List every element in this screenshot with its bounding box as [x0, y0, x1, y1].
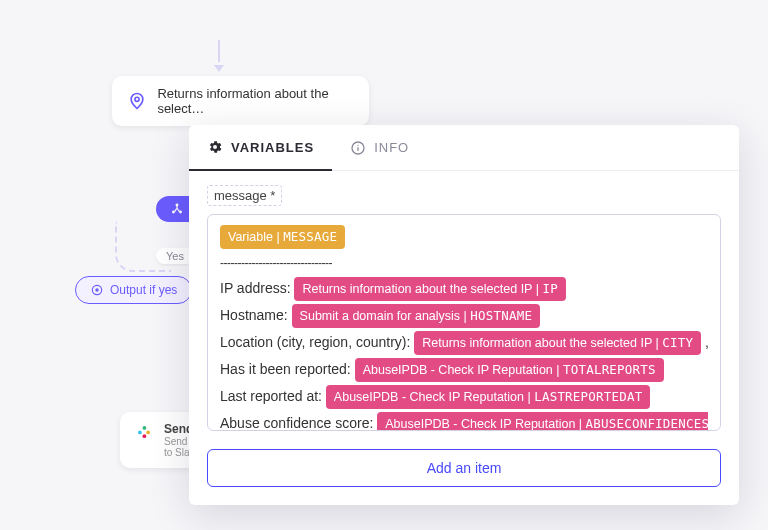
row-label: IP address: — [220, 280, 294, 296]
gear-icon — [207, 139, 223, 155]
chip-hostname[interactable]: Submit a domain for analysis | HOSTNAME — [292, 304, 541, 328]
tab-info[interactable]: INFO — [332, 125, 427, 170]
row-label: Abuse confidence score: — [220, 415, 377, 431]
svg-point-0 — [135, 97, 139, 101]
svg-point-1 — [176, 203, 179, 206]
branch-icon — [170, 202, 184, 216]
field-label-message: message * — [207, 185, 282, 206]
row-label: Hostname: — [220, 307, 292, 323]
row-label: Location (city, region, country): — [220, 334, 414, 350]
flow-connector-arrow — [218, 40, 220, 72]
message-editor[interactable]: Variable | MESSAGE ---------------------… — [207, 214, 721, 431]
slack-icon — [134, 422, 154, 442]
config-panel: VARIABLES INFO message * Variable | MESS… — [189, 125, 739, 505]
chip-city[interactable]: Returns information about the selected I… — [414, 331, 701, 355]
svg-rect-6 — [138, 431, 142, 435]
row-label: Last reported at: — [220, 388, 326, 404]
row-label: Has it been reported: — [220, 361, 355, 377]
add-item-button[interactable]: Add an item — [207, 449, 721, 487]
tab-label: VARIABLES — [231, 140, 314, 155]
output-icon — [90, 283, 104, 297]
panel-tabs: VARIABLES INFO — [189, 125, 739, 171]
chip-totalreports[interactable]: AbuseIPDB - Check IP Reputation | TOTALR… — [355, 358, 664, 382]
chip-ip[interactable]: Returns information about the selected I… — [294, 277, 565, 301]
flow-node-returns-ip-info[interactable]: Returns information about the select… — [112, 76, 369, 126]
info-icon — [350, 140, 366, 156]
svg-point-5 — [95, 288, 99, 292]
chip-abuseconf[interactable]: AbuseIPDB - Check IP Reputation | ABUSEC… — [377, 412, 708, 431]
flow-node-output-if-yes[interactable]: Output if yes — [75, 276, 192, 304]
svg-rect-9 — [143, 434, 147, 438]
tab-label: INFO — [374, 140, 409, 155]
svg-rect-8 — [146, 431, 150, 435]
svg-rect-7 — [143, 426, 147, 430]
chip-variable-message[interactable]: Variable | MESSAGE — [220, 225, 345, 249]
tab-variables[interactable]: VARIABLES — [189, 125, 332, 171]
pill-label: Output if yes — [110, 283, 177, 297]
chip-lastreported[interactable]: AbuseIPDB - Check IP Reputation | LASTRE… — [326, 385, 651, 409]
svg-point-12 — [357, 144, 358, 145]
location-pin-icon — [126, 89, 147, 113]
flow-connector-dashed — [115, 222, 171, 272]
separator-dashes: -------------------------------- — [220, 252, 708, 274]
flow-node-label: Returns information about the select… — [157, 86, 355, 116]
